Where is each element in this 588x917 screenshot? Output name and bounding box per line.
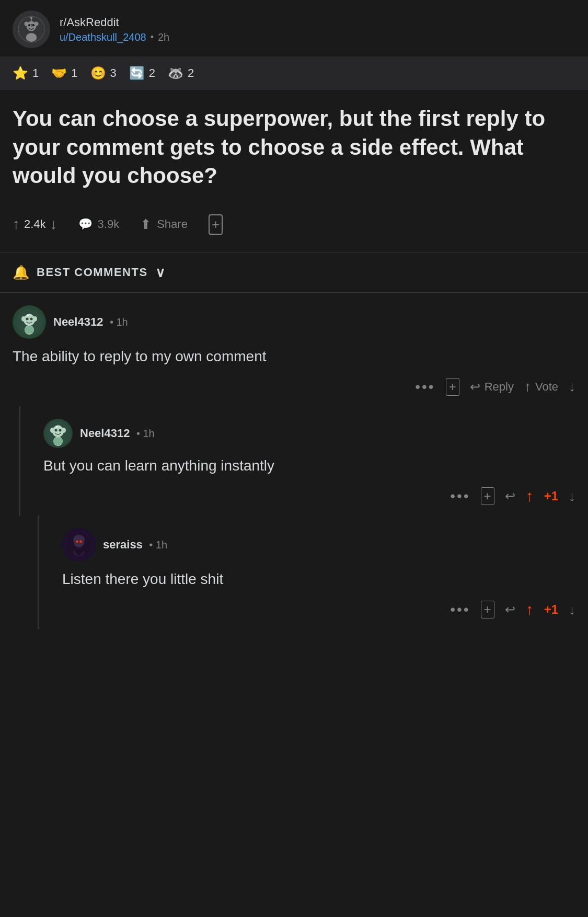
comment-3-avatar	[62, 528, 96, 561]
comment-3-nested: seraiss • 1h Listen there you little shi…	[38, 515, 588, 629]
vote-section: ↑ 2.4k ↓	[13, 216, 57, 233]
comment-3-time: • 1h	[149, 539, 167, 551]
comment-3: seraiss • 1h Listen there you little shi…	[50, 515, 588, 629]
comment-3-meta: seraiss • 1h	[103, 538, 167, 552]
award-item-5: 🦝 2	[168, 66, 194, 81]
svg-point-31	[57, 425, 59, 426]
award-comment-3-icon: +	[481, 601, 494, 618]
svg-point-30	[59, 425, 61, 427]
award-item-3: 😊 3	[90, 66, 117, 81]
svg-point-19	[30, 314, 32, 315]
award-count-5: 2	[188, 66, 194, 80]
reply-label: Reply	[485, 380, 514, 394]
svg-point-32	[53, 437, 63, 445]
comment-3-username[interactable]: seraiss	[103, 538, 143, 551]
award-button[interactable]: +	[198, 209, 233, 240]
downvote-comment-3-button[interactable]: ↓	[569, 602, 575, 618]
comment-1: Neel4312 • 1h The ability to reply to my…	[0, 293, 588, 406]
comment-1-avatar	[13, 305, 46, 339]
award-comment-2-icon: +	[481, 487, 494, 505]
share-button[interactable]: ⬆ Share	[130, 211, 198, 238]
comment-1-actions: ••• + ↩ Reply ↑ Vote ↓	[13, 374, 575, 406]
comment-2-meta: Neel4312 • 1h	[80, 427, 155, 440]
comment-3-header: seraiss • 1h	[62, 528, 575, 561]
comment-3-actions: ••• + ↩ ↑ +1 ↓	[62, 597, 575, 629]
comments-button[interactable]: 💬 3.9k	[68, 212, 130, 236]
action-bar: ↑ 2.4k ↓ 💬 3.9k ⬆ Share +	[0, 201, 588, 253]
award-item-2: 🤝 1	[51, 66, 77, 81]
downvote-comment-1-button[interactable]: ↓	[569, 379, 575, 395]
comment-1-username[interactable]: Neel4312	[53, 315, 103, 328]
svg-point-6	[34, 21, 38, 26]
chevron-down-icon: ∨	[155, 265, 165, 281]
upvote-arrow-icon: ↑	[524, 379, 531, 395]
downvote-2-icon: ↓	[569, 488, 575, 505]
comment-2-vote-count: +1	[544, 489, 558, 503]
best-comments-bar[interactable]: 🔔 BEST COMMENTS ∨	[0, 253, 588, 292]
comment-3-vote-count: +1	[544, 602, 558, 617]
comment-2-nested: Neel4312 • 1h But you can learn anything…	[19, 406, 588, 515]
reply-comment-3-button[interactable]: ↩	[505, 602, 515, 617]
award-icon: +	[209, 214, 223, 235]
awards-bar: ⭐ 1 🤝 1 😊 3 🔄 2 🦝 2	[0, 56, 588, 90]
svg-point-28	[62, 428, 66, 433]
reply-2-arrow-icon: ↩	[505, 489, 515, 503]
award-item-1: ⭐ 1	[13, 66, 39, 81]
reply-arrow-icon: ↩	[470, 380, 480, 394]
svg-point-35	[73, 535, 85, 544]
award-cycle-icon: 🔄	[129, 66, 145, 81]
award-comment-icon: +	[446, 378, 459, 396]
post-username[interactable]: u/Deathskull_2408	[60, 31, 146, 43]
svg-point-16	[21, 316, 26, 322]
comment-1-text: The ability to reply to my own comment	[13, 346, 575, 374]
award-comment-2-button[interactable]: +	[481, 487, 494, 505]
svg-text:?: ?	[30, 23, 33, 28]
award-count-1: 1	[32, 66, 39, 80]
downvote-3-icon: ↓	[569, 602, 575, 618]
award-count-2: 1	[71, 66, 77, 80]
svg-point-15	[30, 317, 33, 320]
award-smile-icon: 😊	[90, 66, 106, 81]
more-options-icon[interactable]: •••	[415, 379, 435, 395]
award-count-4: 2	[149, 66, 155, 80]
more-options-3-icon[interactable]: •••	[450, 601, 470, 618]
comment-2-username[interactable]: Neel4312	[80, 427, 130, 440]
more-options-2-icon[interactable]: •••	[450, 488, 470, 505]
upvote-comment-2-button[interactable]: ↑	[526, 487, 534, 505]
downvote-comment-2-button[interactable]: ↓	[569, 488, 575, 505]
comment-2-text: But you can learn anything instantly	[43, 455, 575, 483]
reply-3-arrow-icon: ↩	[505, 602, 515, 617]
reply-comment-1-button[interactable]: ↩ Reply	[470, 380, 514, 394]
comment-1-meta: Neel4312 • 1h	[53, 315, 128, 329]
comment-2: Neel4312 • 1h But you can learn anything…	[31, 406, 588, 515]
svg-point-27	[50, 428, 54, 433]
subreddit-name: r/AskReddit	[60, 16, 169, 29]
post-author-avatar: ?	[13, 10, 50, 48]
upvote-icon[interactable]: ↑	[13, 216, 20, 233]
upvote-comment-1-button[interactable]: ↑ Vote	[524, 379, 558, 395]
vote-label: Vote	[535, 380, 558, 394]
comment-2-avatar	[43, 419, 73, 448]
post-container: ? r/AskReddit u/Deathskull_2408 • 2h ⭐ 1…	[0, 0, 588, 629]
post-time: 2h	[158, 31, 169, 43]
share-label: Share	[157, 217, 188, 231]
downvote-icon[interactable]: ↓	[50, 216, 57, 233]
award-item-4: 🔄 2	[129, 66, 155, 81]
award-comment-3-button[interactable]: +	[481, 601, 494, 618]
svg-point-5	[24, 21, 28, 26]
svg-point-38	[76, 541, 78, 543]
comment-1-header: Neel4312 • 1h	[13, 305, 575, 339]
post-meta: r/AskReddit u/Deathskull_2408 • 2h	[60, 16, 169, 43]
svg-point-18	[27, 314, 29, 316]
reply-comment-2-button[interactable]: ↩	[505, 489, 515, 503]
award-comment-1-button[interactable]: +	[446, 378, 459, 396]
user-info: u/Deathskull_2408 • 2h	[60, 31, 169, 43]
svg-point-25	[55, 429, 57, 431]
best-comments-label: BEST COMMENTS	[37, 266, 148, 279]
comment-1-time: • 1h	[110, 316, 128, 328]
upvote-comment-3-button[interactable]: ↑	[526, 601, 534, 618]
comment-2-header: Neel4312 • 1h	[43, 419, 575, 448]
award-star-icon: ⭐	[13, 66, 28, 81]
comment-3-text: Listen there you little shit	[62, 569, 575, 597]
svg-point-26	[59, 429, 62, 431]
